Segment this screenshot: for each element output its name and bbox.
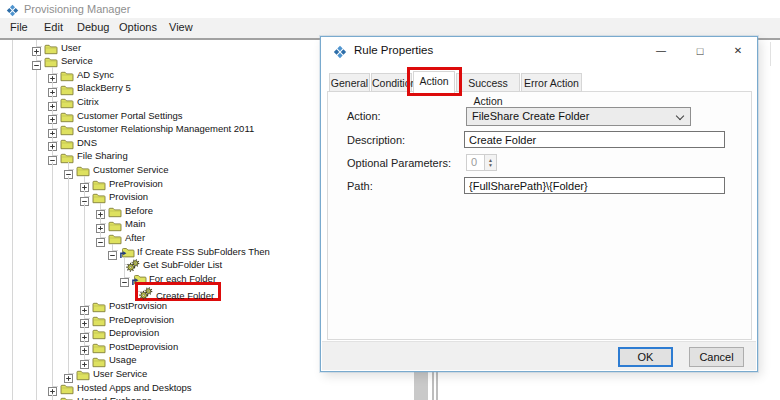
close-icon[interactable]: ✕: [727, 41, 749, 61]
tree-guide-line: [52, 217, 53, 231]
collapse-minus-icon[interactable]: [120, 273, 129, 282]
menu-item-file[interactable]: File: [10, 21, 28, 33]
menu-item-edit[interactable]: Edit: [44, 21, 63, 33]
expand-plus-icon[interactable]: [80, 328, 89, 337]
tree-item-label: Hosted Apps and Desktops: [77, 382, 192, 393]
tab-success-action[interactable]: Success Action: [456, 73, 520, 92]
tree-guide-line: [52, 190, 53, 204]
tab-condition[interactable]: Condition: [371, 73, 412, 92]
tab-action[interactable]: Action: [413, 71, 455, 93]
collapse-minus-icon[interactable]: [48, 151, 57, 160]
tree-guide-line: [68, 176, 69, 190]
menu-item-debug[interactable]: Debug: [77, 21, 109, 33]
action-select[interactable]: FileShare Create Folder: [466, 107, 691, 126]
tree-item-label: Main: [125, 218, 146, 229]
tree-guide-line: [52, 285, 53, 299]
dialog-button-strip: OKCancel: [322, 341, 756, 370]
expand-plus-icon[interactable]: [48, 382, 57, 391]
tree-guide-line: [84, 217, 85, 231]
splitter-line: [432, 372, 434, 400]
tree-guide-line: [84, 285, 85, 299]
stepper-arrows[interactable]: ▲ ▼: [484, 155, 496, 170]
expand-plus-icon[interactable]: [48, 97, 57, 106]
tree-guide-line: [52, 326, 53, 340]
scrollbar-thumb[interactable]: [414, 372, 428, 400]
tree-guide-line: [84, 230, 85, 244]
tree-guide-line: [52, 162, 53, 176]
expand-plus-icon[interactable]: [48, 124, 57, 133]
app-logo-icon: [6, 3, 19, 16]
tree-item-label: AD Sync: [77, 69, 114, 80]
tree-guide-line: [52, 258, 53, 272]
expand-plus-icon[interactable]: [80, 341, 89, 350]
tree-guide-line: [68, 298, 69, 312]
collapse-minus-icon[interactable]: [32, 56, 41, 65]
tab-error-action[interactable]: Error Action: [521, 73, 582, 92]
expand-plus-icon[interactable]: [48, 83, 57, 92]
description-field[interactable]: [464, 131, 725, 148]
tree-guide-line: [68, 230, 69, 244]
path-field[interactable]: [464, 177, 725, 194]
tree-item-hosted-exchange[interactable]: Hosted Exchange: [0, 394, 780, 400]
panel-edge-line: [770, 42, 771, 66]
menu-item-view[interactable]: View: [169, 21, 193, 33]
tree-guide-line: [52, 366, 53, 380]
collapse-minus-icon[interactable]: [108, 246, 117, 255]
expand-plus-icon[interactable]: [48, 110, 57, 119]
arrow-down-icon[interactable]: ▼: [488, 163, 493, 168]
tree-item-label: Get SubFolder List: [143, 259, 222, 270]
field-label-optional-parameters: Optional Parameters:: [347, 157, 451, 169]
tree-guide-line: [68, 353, 69, 367]
tree-guide-line: [52, 339, 53, 353]
expand-plus-icon[interactable]: [32, 42, 41, 51]
minimize-icon[interactable]: —: [650, 41, 672, 61]
tree-guide-line: [52, 271, 53, 285]
tree-item-label: If Create FSS SubFolders Then: [137, 246, 270, 257]
expand-plus-icon[interactable]: [80, 178, 89, 187]
tree-guide-line: [68, 339, 69, 353]
tree-guide-line: [68, 271, 69, 285]
expand-plus-icon[interactable]: [96, 219, 105, 228]
tree-item-label: Before: [125, 205, 153, 216]
collapse-minus-icon[interactable]: [80, 192, 89, 201]
tree-guide-line: [52, 230, 53, 244]
collapse-minus-icon[interactable]: [96, 233, 105, 242]
tree-item-label: DNS: [77, 137, 97, 148]
tree-item-label: BlackBerry 5: [77, 82, 131, 93]
tree-item-label: Customer Portal Settings: [77, 110, 183, 121]
expand-plus-icon[interactable]: [80, 314, 89, 323]
tree-item-label: Provision: [109, 191, 148, 202]
collapse-minus-icon[interactable]: [64, 165, 73, 174]
tab-page-action: [327, 91, 752, 340]
tree-item-label: Customer Service: [93, 164, 169, 175]
field-label-action: Action:: [347, 110, 381, 122]
menu-item-options[interactable]: Options: [119, 21, 157, 33]
tree-item-label: For each Folder: [149, 273, 216, 284]
optional-parameters-stepper[interactable]: 0 ▲ ▼: [466, 154, 497, 171]
expand-plus-icon[interactable]: [80, 355, 89, 364]
tree-guide-line: [68, 190, 69, 204]
cancel-button[interactable]: Cancel: [689, 347, 744, 367]
tab-general[interactable]: General: [329, 73, 370, 92]
tree-item-label: Deprovision: [109, 327, 159, 338]
tree-guide-line: [52, 176, 53, 190]
tree-guide-line: [52, 312, 53, 326]
expand-plus-icon[interactable]: [48, 396, 57, 400]
expand-plus-icon[interactable]: [80, 301, 89, 310]
rule-properties-dialog: Rule Properties — □ ✕ Action:FileShare C…: [320, 36, 758, 372]
tree-guide-line: [68, 203, 69, 217]
tree-item-label: File Sharing: [77, 150, 128, 161]
create-folder-annotation-box: Create Folder: [138, 285, 218, 299]
stepper-value: 0: [471, 156, 477, 168]
expand-plus-icon[interactable]: [48, 69, 57, 78]
chevron-down-icon: [676, 112, 684, 120]
ok-button[interactable]: OK: [618, 347, 673, 367]
expand-plus-icon[interactable]: [48, 137, 57, 146]
maximize-icon[interactable]: □: [689, 41, 711, 61]
tree-guide-line: [68, 244, 69, 258]
tree-item-hosted-apps-and-desktops[interactable]: Hosted Apps and Desktops: [0, 380, 780, 394]
expand-plus-icon[interactable]: [64, 369, 73, 378]
tree-guide-line: [84, 258, 85, 272]
tree-item-label: After: [125, 232, 145, 243]
expand-plus-icon[interactable]: [96, 205, 105, 214]
